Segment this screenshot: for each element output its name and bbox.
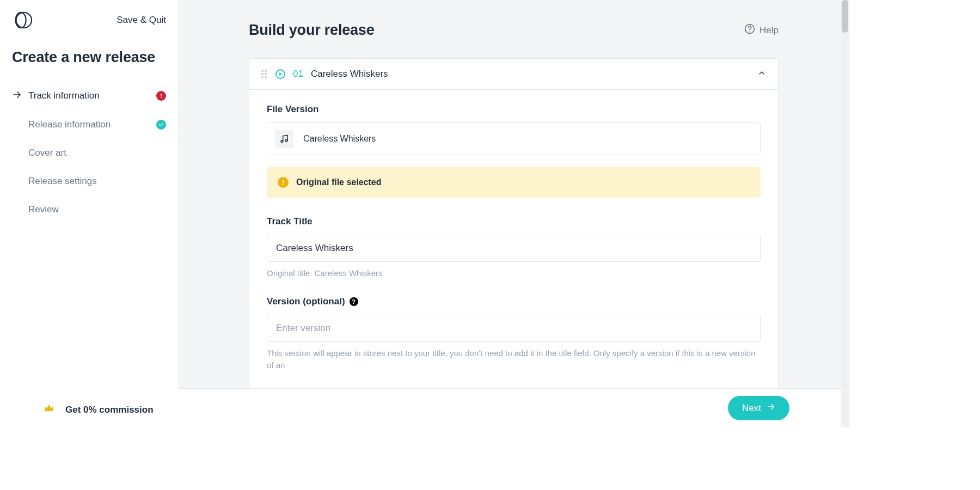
next-button[interactable]: Next	[728, 396, 789, 420]
sidebar-nav: Track information ! Release information …	[0, 81, 178, 224]
save-quit-button[interactable]: Save & Quit	[117, 15, 166, 26]
main-header: Build your release Help	[249, 22, 779, 39]
version-field: Version (optional) ? This version will a…	[267, 296, 761, 372]
file-alert: ! Original file selected	[267, 167, 761, 198]
track-header[interactable]: 01 Careless Whiskers	[249, 59, 778, 90]
svg-point-6	[285, 139, 287, 142]
play-icon[interactable]	[275, 69, 285, 79]
track-title-field: Track Title Original title: Careless Whi…	[267, 216, 761, 280]
sidebar: Save & Quit Create a new release Track i…	[0, 0, 178, 427]
scrollbar-thumb[interactable]	[842, 0, 848, 33]
file-version-row[interactable]: Careless Whiskers	[267, 122, 761, 155]
version-hint: This version will appear in stores next …	[267, 347, 761, 372]
nav-label: Track information	[28, 90, 100, 101]
nav-item-review[interactable]: Review	[0, 195, 178, 224]
svg-point-1	[16, 13, 26, 28]
footer-bar: Next	[178, 388, 849, 427]
svg-point-5	[281, 140, 283, 143]
file-version-field: File Version Careless Whiskers ! Origina…	[267, 104, 761, 198]
logo-icon	[12, 10, 33, 30]
scrollbar[interactable]	[841, 0, 849, 427]
nav-item-release-settings[interactable]: Release settings	[0, 167, 178, 195]
nav-item-cover-art[interactable]: Cover art	[0, 139, 178, 167]
track-title-label: Track Title	[267, 216, 761, 227]
next-label: Next	[742, 403, 761, 414]
nav-item-track-information[interactable]: Track information !	[0, 81, 178, 111]
version-label: Version (optional) ?	[267, 296, 761, 307]
commission-promo-button[interactable]: Get 0% commission	[0, 392, 178, 427]
status-ok-icon	[156, 120, 166, 130]
track-title-hint: Original title: Careless Whiskers	[267, 267, 761, 280]
file-name: Careless Whiskers	[303, 134, 376, 144]
track-card: 01 Careless Whiskers File Version	[249, 58, 779, 394]
nav-item-release-information[interactable]: Release information	[0, 111, 178, 139]
tooltip-icon[interactable]: ?	[350, 297, 358, 306]
file-version-label: File Version	[267, 104, 761, 115]
version-input[interactable]	[267, 315, 761, 342]
main-content: Build your release Help 01	[178, 0, 849, 427]
help-button[interactable]: Help	[744, 23, 779, 37]
track-title-input[interactable]	[267, 235, 761, 262]
track-body: File Version Careless Whiskers ! Origina…	[249, 90, 778, 394]
help-label: Help	[759, 25, 779, 36]
arrow-right-icon	[767, 402, 775, 414]
main-title: Build your release	[249, 22, 375, 39]
track-number: 01	[293, 69, 303, 79]
nav-label: Cover art	[28, 148, 66, 158]
drag-handle-icon[interactable]	[261, 70, 268, 78]
arrow-right-icon	[12, 90, 22, 102]
nav-label: Release settings	[28, 176, 97, 187]
track-name: Careless Whiskers	[311, 69, 388, 79]
commission-label: Get 0% commission	[65, 405, 154, 415]
crown-icon	[44, 403, 59, 416]
nav-label: Release information	[28, 119, 111, 130]
app-root: Save & Quit Create a new release Track i…	[0, 0, 849, 427]
alert-icon: !	[278, 177, 289, 188]
alert-text: Original file selected	[296, 177, 382, 187]
page-title: Create a new release	[0, 36, 178, 81]
chevron-up-icon[interactable]	[757, 69, 766, 79]
sidebar-top: Save & Quit	[0, 0, 178, 36]
music-note-icon	[275, 130, 293, 148]
svg-point-4	[749, 31, 750, 32]
status-error-icon: !	[156, 91, 166, 101]
help-icon	[744, 23, 755, 37]
nav-label: Review	[28, 204, 59, 215]
